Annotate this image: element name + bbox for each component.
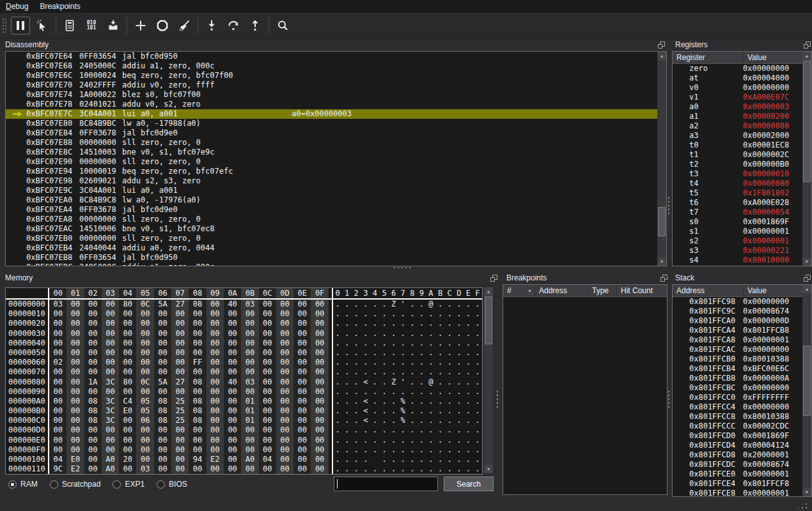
disassembly-row[interactable]: 0xBFC07EB000000000sll zero, zero, 0	[6, 234, 666, 243]
memory-byte-cell[interactable]: 00	[207, 339, 224, 348]
register-value[interactable]: 0x00000000	[743, 64, 789, 73]
memory-byte-cell[interactable]: 00	[311, 406, 328, 416]
memory-ascii-cell[interactable]: .	[473, 397, 483, 406]
memory-ascii-cell[interactable]: .	[408, 436, 418, 445]
register-value[interactable]: 0x80010000	[743, 256, 789, 265]
memory-ascii-cell[interactable]: .	[398, 445, 408, 455]
memory-ascii-cell[interactable]: .	[408, 309, 418, 319]
memory-ascii-cell[interactable]: .	[473, 309, 483, 319]
memory-byte-cell[interactable]: 80	[119, 300, 136, 309]
float-panel-icon[interactable]	[660, 275, 668, 282]
memory-ascii-cell[interactable]: .	[389, 319, 398, 328]
memory-byte-cell[interactable]: 00	[207, 358, 224, 367]
memory-ascii-cell[interactable]: .	[473, 406, 483, 416]
memory-ascii-cell[interactable]: .	[445, 367, 455, 377]
memory-byte-cell[interactable]: 00	[207, 378, 224, 387]
memory-byte-cell[interactable]: 00	[293, 358, 311, 367]
memory-byte-cell[interactable]: 00	[119, 445, 136, 455]
register-row[interactable]: s40x80010000	[673, 256, 811, 265]
memory-ascii-cell[interactable]: .	[408, 397, 418, 406]
memory-ascii-cell[interactable]: .	[333, 416, 343, 425]
memory-byte-cell[interactable]: 00	[224, 464, 241, 474]
memory-byte-cell[interactable]: 08	[154, 406, 171, 416]
disassembly-row[interactable]: 0xBFC07EA800000000sll zero, zero, 0	[6, 215, 666, 224]
memory-byte-cell[interactable]: 00	[102, 425, 119, 435]
stack-row[interactable]: 0x801FFCA00x0000000D	[673, 316, 811, 326]
filter-dropdown-icon[interactable]: ▼	[527, 285, 532, 297]
disassembly-row[interactable]: 0xBFC07EAC14510006bne v0, s1, bfc07ec8	[6, 224, 666, 234]
memory-byte-cell[interactable]: 00	[84, 445, 102, 455]
memory-ascii-cell[interactable]: .	[342, 378, 352, 387]
memory-byte-cell[interactable]: 08	[189, 300, 206, 309]
memory-byte-cell[interactable]: 40	[224, 300, 241, 309]
memory-byte-cell[interactable]: 00	[119, 416, 136, 425]
memory-byte-cell[interactable]: 00	[207, 329, 224, 339]
memory-byte-cell[interactable]: 00	[171, 367, 189, 377]
memory-byte-cell[interactable]: 04	[259, 455, 276, 464]
memory-ascii-cell[interactable]: .	[464, 464, 473, 474]
memory-byte-cell[interactable]: 00	[154, 329, 171, 339]
memory-ascii-cell[interactable]: .	[417, 464, 426, 474]
memory-byte-cell[interactable]: 00	[49, 445, 66, 455]
memory-ascii-cell[interactable]: .	[426, 397, 436, 406]
memory-ascii-cell[interactable]: .	[342, 319, 352, 328]
memory-ascii-cell[interactable]: .	[352, 329, 361, 339]
memory-ascii-cell[interactable]: .	[389, 455, 398, 464]
register-row[interactable]: t20x000000B0	[673, 160, 811, 169]
memory-ascii-cell[interactable]: .	[398, 348, 408, 358]
memory-ascii-cell[interactable]: .	[426, 464, 436, 474]
memory-ascii-cell[interactable]: .	[352, 425, 361, 435]
memory-byte-cell[interactable]: 00	[189, 387, 206, 397]
memory-byte-cell[interactable]: 08	[189, 397, 206, 406]
memory-ascii-cell[interactable]: .	[389, 309, 398, 319]
memory-byte-cell[interactable]: 00	[84, 367, 102, 377]
memory-ascii-cell[interactable]: .	[426, 339, 436, 348]
memory-byte-cell[interactable]: 00	[171, 425, 189, 435]
memory-ascii-cell[interactable]: .	[454, 358, 464, 367]
memory-ascii-cell[interactable]: .	[342, 436, 352, 445]
memory-byte-cell[interactable]: E2	[66, 464, 84, 474]
memory-byte-cell[interactable]: 00	[66, 348, 84, 358]
memory-byte-cell[interactable]: 00	[84, 300, 102, 309]
memory-ascii-cell[interactable]: .	[454, 309, 464, 319]
register-row[interactable]: a30x00002000	[673, 131, 811, 141]
memory-ascii-cell[interactable]: .	[464, 378, 473, 387]
memory-byte-cell[interactable]: 00	[311, 436, 328, 445]
memory-ascii-cell[interactable]: .	[380, 436, 389, 445]
memory-byte-cell[interactable]: 00	[119, 436, 136, 445]
stack-row[interactable]: 0x801FFCC00xFFFFFFFF	[673, 393, 811, 402]
window-resize-grip[interactable]	[797, 498, 809, 510]
register-value[interactable]: 0x00001EC8	[743, 141, 789, 150]
memory-byte-cell[interactable]: 00	[136, 358, 153, 367]
memory-byte-cell[interactable]: 00	[259, 358, 276, 367]
memory-ascii-cell[interactable]: .	[435, 464, 445, 474]
memory-ascii-cell[interactable]: .	[417, 339, 426, 348]
disassembly-row[interactable]: 0xBFC07E6C10000024beq zero, zero, bfc07f…	[6, 71, 666, 80]
memory-byte-cell[interactable]: 00	[171, 309, 189, 319]
memory-ascii-cell[interactable]: .	[380, 406, 389, 416]
memory-ascii-cell[interactable]: .	[454, 436, 464, 445]
memory-byte-cell[interactable]: 00	[276, 445, 293, 455]
register-row[interactable]: a20x00000080	[673, 121, 811, 131]
memory-ascii-cell[interactable]: .	[380, 319, 389, 328]
memory-ascii-cell[interactable]: .	[464, 309, 473, 319]
stack-row[interactable]: 0x801FFCB80x0000000A	[673, 374, 811, 383]
memory-byte-cell[interactable]: 00	[224, 445, 241, 455]
memory-ascii-cell[interactable]: .	[473, 455, 483, 464]
memory-ascii-cell[interactable]: %	[398, 416, 408, 425]
memory-ascii-cell[interactable]: .	[408, 367, 418, 377]
stack-row[interactable]: 0x801FFCA80x00000001	[673, 335, 811, 345]
disassembly-row[interactable]: 0xBFC07E840FF03678jal bfc0d9e0	[6, 128, 666, 138]
memory-ascii-cell[interactable]: .	[361, 300, 371, 309]
memory-byte-cell[interactable]: 00	[66, 406, 84, 416]
memory-ascii-cell[interactable]: .	[342, 329, 352, 339]
memory-ascii-cell[interactable]: .	[454, 445, 464, 455]
memory-ascii-cell[interactable]: .	[464, 387, 473, 397]
memory-byte-cell[interactable]: 00	[276, 300, 293, 309]
disassembly-row[interactable]: 0xBFC07EA40FF03678jal bfc0d9e0	[6, 205, 666, 215]
memory-byte-cell[interactable]: 00	[49, 387, 66, 397]
memory-byte-cell[interactable]: 00	[136, 309, 153, 319]
memory-byte-cell[interactable]: 00	[293, 348, 311, 358]
memory-ascii-cell[interactable]: .	[380, 425, 389, 435]
memory-ascii-cell[interactable]: .	[361, 425, 371, 435]
